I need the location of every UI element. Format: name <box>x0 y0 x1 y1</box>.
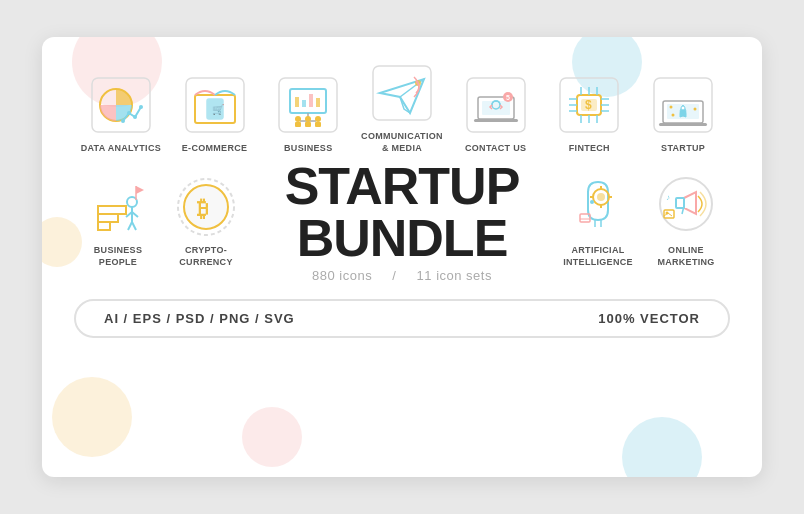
svg-rect-18 <box>305 122 311 127</box>
svg-point-15 <box>305 116 311 122</box>
icon-communication <box>370 61 434 125</box>
icon-label-ecommerce: E-COMMERCE <box>182 143 248 155</box>
svg-point-16 <box>315 116 321 122</box>
svg-rect-17 <box>295 122 301 127</box>
icon-item-cryptocurrency: ₿ CRYPTO- CURRENCY <box>162 175 250 268</box>
svg-rect-52 <box>659 123 707 126</box>
svg-point-54 <box>681 106 685 110</box>
deco-circle-bm <box>242 407 302 467</box>
icon-item-marketing: ♪ ONLINE MARKETING <box>642 175 730 268</box>
main-card: DATA ANALYTICS 🛒 E-COMMERCE <box>42 37 762 477</box>
svg-point-2 <box>121 119 125 123</box>
svg-text:5: 5 <box>506 94 510 101</box>
svg-rect-19 <box>315 122 321 127</box>
svg-text:$: $ <box>585 98 592 112</box>
icon-label-contact: CONTACT US <box>465 143 526 155</box>
icons-bottom-left: BUSINESS PEOPLE ₿ CRYPTO- CURRENCY <box>74 175 250 268</box>
icon-label-communication: COMMUNICATION & MEDIA <box>358 131 446 154</box>
svg-line-66 <box>132 222 136 230</box>
icon-data-analytics <box>89 73 153 137</box>
svg-rect-59 <box>98 214 118 222</box>
icon-business-people <box>86 175 150 239</box>
icon-label-business-people: BUSINESS PEOPLE <box>74 245 162 268</box>
icon-ai <box>566 175 630 239</box>
svg-point-55 <box>670 105 673 108</box>
icons-top-row: DATA ANALYTICS 🛒 E-COMMERCE <box>74 61 730 154</box>
svg-line-65 <box>128 222 132 230</box>
vector-label: 100% VECTOR <box>598 311 700 326</box>
bundle-title: STARTUP BUNDLE <box>260 160 544 264</box>
icon-label-ai: ARTIFICIAL INTELLIGENCE <box>554 245 642 268</box>
svg-rect-58 <box>98 222 110 230</box>
svg-point-3 <box>127 111 131 115</box>
svg-text:₿: ₿ <box>197 196 208 221</box>
svg-text:♪: ♪ <box>666 193 670 202</box>
svg-rect-22 <box>309 94 313 107</box>
icon-marketing: ♪ <box>654 175 718 239</box>
svg-point-72 <box>597 193 605 201</box>
svg-rect-83 <box>676 198 684 208</box>
svg-rect-20 <box>295 97 299 107</box>
bottom-bar: AI / EPS / PSD / PNG / SVG 100% VECTOR <box>74 299 730 338</box>
svg-point-56 <box>694 107 697 110</box>
icon-label-cryptocurrency: CRYPTO- CURRENCY <box>162 245 250 268</box>
svg-rect-30 <box>482 101 510 115</box>
svg-point-5 <box>139 105 143 109</box>
icon-label-data-analytics: DATA ANALYTICS <box>81 143 161 155</box>
icon-label-marketing: ONLINE MARKETING <box>642 245 730 268</box>
icon-item-ai: ARTIFICIAL INTELLIGENCE <box>554 175 642 268</box>
svg-rect-23 <box>316 98 320 107</box>
icon-business <box>276 73 340 137</box>
icon-fintech: $ <box>557 73 621 137</box>
svg-point-57 <box>672 113 675 116</box>
svg-point-77 <box>590 200 594 204</box>
icons-bottom-right: ARTIFICIAL INTELLIGENCE <box>554 175 730 268</box>
icon-item-fintech: $ FINTECH <box>545 73 633 155</box>
svg-rect-21 <box>302 100 306 107</box>
icon-item-ecommerce: 🛒 E-COMMERCE <box>171 73 259 155</box>
middle-row: BUSINESS PEOPLE ₿ CRYPTO- CURRENCY <box>74 160 730 283</box>
icon-item-business-people: BUSINESS PEOPLE <box>74 175 162 268</box>
icon-item-data-analytics: DATA ANALYTICS <box>77 73 165 155</box>
icon-startup <box>651 73 715 137</box>
deco-circle-bl <box>52 377 132 457</box>
formats-label: AI / EPS / PSD / PNG / SVG <box>104 311 295 326</box>
svg-point-4 <box>133 115 137 119</box>
icon-cryptocurrency: ₿ <box>174 175 238 239</box>
icon-contact: 5 <box>464 73 528 137</box>
icon-label-business: BUSINESS <box>284 143 332 155</box>
icon-item-communication: COMMUNICATION & MEDIA <box>358 61 446 154</box>
icon-item-startup: STARTUP <box>639 73 727 155</box>
icon-ecommerce: 🛒 <box>183 73 247 137</box>
icon-item-business: BUSINESS <box>264 73 352 155</box>
svg-point-82 <box>660 178 712 230</box>
icon-label-startup: STARTUP <box>661 143 705 155</box>
svg-point-14 <box>295 116 301 122</box>
svg-rect-29 <box>474 119 518 122</box>
deco-circle-br <box>622 417 702 477</box>
svg-text:🛒: 🛒 <box>212 103 225 116</box>
bundle-text-area: STARTUP BUNDLE 880 icons / 11 icon sets <box>250 160 554 283</box>
svg-rect-60 <box>98 206 126 214</box>
icon-item-contact: 5 CONTACT US <box>452 73 540 155</box>
icon-label-fintech: FINTECH <box>569 143 610 155</box>
bundle-subtitle: 880 icons / 11 icon sets <box>260 268 544 283</box>
